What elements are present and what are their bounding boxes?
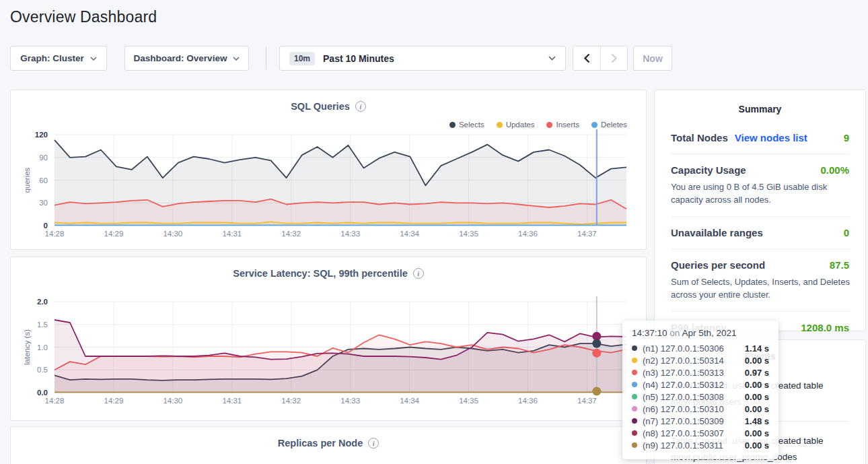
chart-hover-tooltip: 14:37:10 on Apr 5th, 2021 (n1) 127.0.0.1… — [622, 321, 779, 459]
view-nodes-list-link[interactable]: View nodes list — [735, 132, 807, 143]
sql-queries-chart[interactable]: 14:2814:2914:3014:3114:3214:3314:3414:35… — [11, 90, 647, 251]
svg-text:14:30: 14:30 — [163, 397, 182, 405]
overview-dashboard-page: Overview Dashboard Graph: Cluster Dashbo… — [0, 0, 868, 464]
svg-text:14:35: 14:35 — [459, 230, 478, 238]
total-nodes-label: Total Nodes — [671, 132, 728, 143]
node-color-dot-icon — [632, 418, 637, 424]
svg-text:1.5: 1.5 — [37, 321, 48, 329]
tooltip-row: (n8) 127.0.0.1:503070.00 s — [632, 427, 769, 439]
svg-text:2.0: 2.0 — [37, 298, 48, 306]
tooltip-node-address: (n6) 127.0.0.1:50310 — [643, 404, 739, 414]
tooltip-timestamp: 14:37:10 on Apr 5th, 2021 — [632, 328, 769, 338]
controls-divider — [266, 47, 266, 69]
tooltip-node-address: (n4) 127.0.0.1:50312 — [643, 380, 739, 390]
svg-text:14:31: 14:31 — [222, 230, 242, 238]
capacity-usage-label: Capacity Usage — [671, 164, 746, 176]
node-color-dot-icon — [632, 442, 637, 448]
total-nodes-value: 9 — [844, 132, 849, 143]
tooltip-row: (n1) 127.0.0.1:503061.14 s — [632, 342, 769, 354]
queries-per-second-label: Queries per second — [671, 259, 765, 271]
page-title: Overview Dashboard — [10, 8, 157, 26]
dashboard-dropdown-label: Dashboard: Overview — [134, 53, 227, 63]
tooltip-node-address: (n9) 127.0.0.1:50311 — [643, 440, 739, 451]
tooltip-node-latency: 1.48 s — [745, 416, 769, 426]
service-latency-chart[interactable]: 14:2814:2914:3014:3114:3214:3314:3414:35… — [11, 257, 647, 422]
svg-text:14:33: 14:33 — [340, 230, 360, 238]
summary-divider — [671, 216, 849, 217]
time-next-button[interactable] — [600, 46, 627, 70]
chart-title-text: Replicas per Node — [278, 438, 363, 449]
svg-text:30: 30 — [39, 199, 48, 207]
time-prev-button[interactable] — [573, 46, 600, 70]
capacity-usage-value: 0.00% — [820, 164, 849, 176]
graph-dropdown-label: Graph: Cluster — [20, 53, 84, 63]
p99-latency-value: 1208.0 ms — [801, 322, 849, 333]
svg-text:14:33: 14:33 — [340, 397, 360, 405]
tooltip-rows: (n1) 127.0.0.1:503061.14 s(n2) 127.0.0.1… — [632, 342, 769, 451]
svg-text:14:36: 14:36 — [518, 230, 538, 238]
tooltip-node-address: (n3) 127.0.0.1:50313 — [643, 368, 739, 378]
svg-text:1.0: 1.0 — [37, 343, 48, 352]
queries-per-second-description: Sum of Selects, Updates, Inserts, and De… — [671, 275, 853, 301]
chevron-left-icon — [583, 53, 590, 63]
node-color-dot-icon — [632, 430, 637, 436]
summary-divider — [671, 154, 849, 154]
tooltip-row: (n6) 127.0.0.1:503100.00 s — [632, 403, 769, 415]
summary-panel: Summary Total Nodes View nodes list 9 Ca… — [654, 90, 866, 331]
chevron-down-icon — [548, 56, 556, 61]
tooltip-row: (n2) 127.0.0.1:503140.00 s — [632, 354, 769, 366]
tooltip-node-latency: 0.00 s — [745, 428, 769, 438]
time-range-label: Past 10 Minutes — [323, 53, 540, 64]
chevron-right-icon — [611, 53, 618, 63]
tooltip-node-address: (n8) 127.0.0.1:50307 — [643, 428, 739, 438]
tooltip-row: (n4) 127.0.0.1:503120.00 s — [632, 378, 769, 391]
sql-queries-chart-card: SQL Queries i SelectsUpdatesInsertsDelet… — [10, 90, 647, 250]
svg-text:14:31: 14:31 — [222, 397, 242, 405]
tooltip-node-latency: 0.00 s — [745, 380, 769, 390]
node-color-dot-icon — [632, 370, 637, 375]
svg-text:60: 60 — [39, 176, 48, 185]
tooltip-node-address: (n1) 127.0.0.1:50306 — [643, 343, 739, 354]
svg-text:14:29: 14:29 — [104, 397, 124, 405]
chevron-down-icon — [233, 57, 240, 61]
time-range-badge: 10m — [289, 52, 315, 65]
tooltip-node-address: (n7) 127.0.0.1:50309 — [643, 416, 739, 426]
dashboard-dropdown[interactable]: Dashboard: Overview — [124, 46, 249, 71]
graph-dropdown[interactable]: Graph: Cluster — [10, 46, 107, 71]
summary-heading: Summary — [671, 104, 849, 114]
svg-text:14:37: 14:37 — [577, 397, 597, 405]
time-range-picker[interactable]: 10m Past 10 Minutes — [279, 46, 566, 71]
node-color-dot-icon — [632, 406, 637, 411]
svg-text:latency (s): latency (s) — [23, 329, 31, 365]
summary-divider — [671, 311, 849, 312]
svg-text:14:32: 14:32 — [281, 230, 301, 238]
svg-text:0.0: 0.0 — [37, 389, 48, 397]
info-icon[interactable]: i — [368, 438, 379, 449]
svg-text:14:34: 14:34 — [400, 397, 419, 405]
unavailable-ranges-label: Unavailable ranges — [671, 227, 763, 238]
svg-text:120: 120 — [35, 131, 48, 139]
tooltip-node-latency: 0.00 s — [745, 356, 769, 366]
svg-text:90: 90 — [39, 154, 48, 162]
capacity-usage-description: You are using 0 B of 4.5 GiB usable disk… — [671, 180, 853, 206]
unavailable-ranges-value: 0 — [844, 227, 849, 238]
tooltip-node-latency: 1.14 s — [745, 343, 769, 354]
svg-text:14:28: 14:28 — [45, 397, 65, 405]
svg-text:14:35: 14:35 — [459, 397, 478, 405]
summary-divider — [671, 248, 849, 249]
service-latency-chart-card: Service Latency: SQL, 99th percentile i … — [10, 257, 647, 421]
tooltip-row: (n5) 127.0.0.1:503080.00 s — [632, 391, 769, 403]
svg-text:14:30: 14:30 — [163, 230, 182, 238]
svg-text:0.5: 0.5 — [37, 366, 48, 374]
tooltip-node-latency: 0.00 s — [745, 392, 769, 402]
tooltip-node-latency: 0.00 s — [745, 440, 769, 451]
replicas-chart-title: Replicas per Node i — [11, 438, 646, 449]
queries-per-second-value: 87.5 — [830, 259, 849, 271]
node-color-dot-icon — [632, 382, 637, 387]
svg-text:14:32: 14:32 — [281, 397, 301, 405]
now-button[interactable]: Now — [633, 46, 672, 71]
tooltip-node-address: (n2) 127.0.0.1:50314 — [643, 356, 739, 366]
svg-text:14:37: 14:37 — [577, 230, 597, 238]
time-step-buttons — [573, 46, 628, 71]
tooltip-time: 14:37:10 — [632, 328, 667, 338]
